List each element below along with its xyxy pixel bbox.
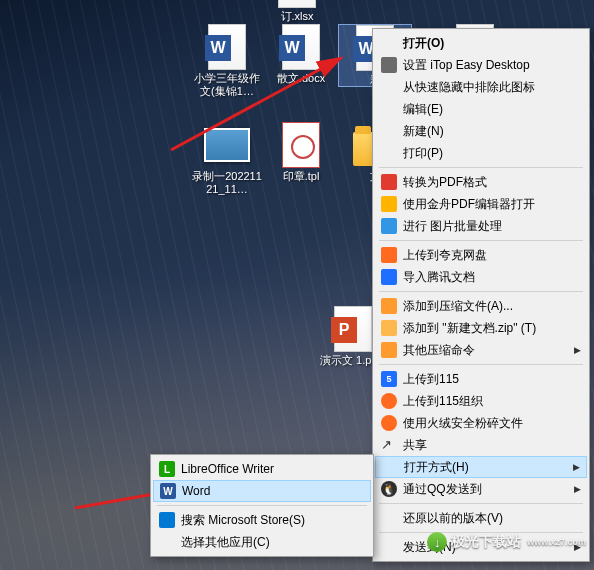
submenu-item-libreoffice[interactable]: LLibreOffice Writer <box>153 458 371 480</box>
115-icon: 5 <box>379 371 399 387</box>
zip2-icon <box>379 320 399 336</box>
wd-icon: W <box>158 483 178 499</box>
menu-item-huorong[interactable]: 使用火绒安全粉碎文件 <box>375 412 587 434</box>
menu-item-restore[interactable]: 还原以前的版本(V) <box>375 507 587 529</box>
menu-item-edit[interactable]: 编辑(E) <box>375 98 587 120</box>
gear-icon <box>379 57 399 73</box>
word-icon <box>278 24 324 70</box>
menu-item-label: 转换为PDF格式 <box>399 174 569 191</box>
submenu-item-msstore[interactable]: 搜索 Microsoft Store(S) <box>153 509 371 531</box>
icon-label: 小学三年级作文(集锦1… <box>190 72 264 98</box>
xlsx-icon <box>274 0 320 8</box>
blank-icon <box>379 79 399 95</box>
desktop-icon-word-doc-1[interactable]: 小学三年级作文(集锦1… <box>190 24 264 98</box>
menu-item-label: 打开方式(H) <box>400 459 568 476</box>
icon-label: 录制一20221121_11… <box>190 170 264 196</box>
submenu-arrow-icon: ▶ <box>573 462 580 472</box>
menu-item-openwith[interactable]: 打开方式(H)▶ <box>375 456 587 478</box>
desktop-icon-grid: 订.xlsx小学三年级作文(集锦1…散文.docx新录制一20221121_11… <box>0 0 4 8</box>
submenu-item-choose[interactable]: 选择其他应用(C) <box>153 531 371 553</box>
fire-icon <box>379 415 399 431</box>
menu-item-print[interactable]: 打印(P) <box>375 142 587 164</box>
menu-item-imgproc[interactable]: 进行 图片批量处理 <box>375 215 587 237</box>
ms-icon <box>157 512 177 528</box>
blank-icon <box>379 510 399 526</box>
menu-item-hide[interactable]: 从快速隐藏中排除此图标 <box>375 76 587 98</box>
menu-item-label: 其他压缩命令 <box>399 342 569 359</box>
menu-item-label: 打印(P) <box>399 145 569 162</box>
menu-item-label: 新建(N) <box>399 123 569 140</box>
menu-item-up115org[interactable]: 上传到115组织 <box>375 390 587 412</box>
watermark-badge: ↓ <box>427 532 447 552</box>
ppt-icon <box>330 306 376 352</box>
menu-item-label: 添加到 "新建文档.zip" (T) <box>399 320 569 337</box>
menu-item-new[interactable]: 新建(N) <box>375 120 587 142</box>
desktop-icon-screenshot-video[interactable]: 录制一20221121_11… <box>190 122 264 196</box>
blank-icon <box>380 459 400 475</box>
menu-item-txdoc[interactable]: 导入腾讯文档 <box>375 266 587 288</box>
menu-item-itop[interactable]: 设置 iTop Easy Desktop <box>375 54 587 76</box>
menu-item-kuake[interactable]: 上传到夸克网盘 <box>375 244 587 266</box>
submenu-item-label: LibreOffice Writer <box>177 462 353 476</box>
img-icon <box>379 218 399 234</box>
menu-item-share[interactable]: ↗共享 <box>375 434 587 456</box>
submenu-arrow-icon: ▶ <box>574 484 581 494</box>
desktop-icon-xlsx-partial[interactable]: 订.xlsx <box>260 0 334 23</box>
menu-item-label: 进行 图片批量处理 <box>399 218 569 235</box>
desktop-icon-word-doc-2[interactable]: 散文.docx <box>264 24 338 85</box>
menu-item-label: 还原以前的版本(V) <box>399 510 569 527</box>
menu-item-open[interactable]: 打开(O) <box>375 32 587 54</box>
menu-item-label: 打开(O) <box>399 35 569 52</box>
tpl-icon <box>278 122 324 168</box>
qq-icon: 🐧 <box>379 481 399 497</box>
menu-item-label: 使用金舟PDF编辑器打开 <box>399 196 569 213</box>
menu-item-label: 上传到夸克网盘 <box>399 247 569 264</box>
blank-icon <box>379 35 399 51</box>
menu-item-up115[interactable]: 5上传到115 <box>375 368 587 390</box>
menu-item-label: 导入腾讯文档 <box>399 269 569 286</box>
menu-item-qq[interactable]: 🐧通过QQ发送到▶ <box>375 478 587 500</box>
menu-separator <box>379 364 583 365</box>
site-watermark: ↓ 极光下载站 www.xz7.com <box>427 532 586 552</box>
menu-separator <box>157 505 367 506</box>
submenu-item-label: 搜索 Microsoft Store(S) <box>177 512 353 529</box>
menu-item-label: 添加到压缩文件(A)... <box>399 298 569 315</box>
submenu-item-label: 选择其他应用(C) <box>177 534 353 551</box>
icon-label: 散文.docx <box>264 72 338 85</box>
desktop-icon-seal-tpl[interactable]: 印章.tpl <box>264 122 338 183</box>
menu-item-label: 通过QQ发送到 <box>399 481 569 498</box>
menu-item-label: 从快速隐藏中排除此图标 <box>399 79 569 96</box>
pdf-icon <box>379 174 399 190</box>
watermark-url: www.xz7.com <box>527 537 586 547</box>
icon-label: 订.xlsx <box>260 10 334 23</box>
tdoc-icon <box>379 269 399 285</box>
blank-icon <box>379 539 399 555</box>
115c-icon <box>379 393 399 409</box>
menu-item-label: 设置 iTop Easy Desktop <box>399 57 569 74</box>
menu-item-addzip2[interactable]: 添加到 "新建文档.zip" (T) <box>375 317 587 339</box>
menu-item-jzpdf[interactable]: 使用金舟PDF编辑器打开 <box>375 193 587 215</box>
image-icon <box>204 122 250 168</box>
menu-separator <box>379 291 583 292</box>
menu-separator <box>379 503 583 504</box>
blank-icon <box>379 123 399 139</box>
blank-icon <box>379 101 399 117</box>
open-with-submenu: LLibreOffice WriterWWord搜索 Microsoft Sto… <box>150 454 374 557</box>
blank-icon <box>379 145 399 161</box>
lw-icon: L <box>157 461 177 477</box>
blank-icon <box>157 534 177 550</box>
context-menu: 打开(O)设置 iTop Easy Desktop从快速隐藏中排除此图标编辑(E… <box>372 28 590 562</box>
menu-item-label: 编辑(E) <box>399 101 569 118</box>
submenu-item-word[interactable]: WWord <box>153 480 371 502</box>
menu-item-addzip[interactable]: 添加到压缩文件(A)... <box>375 295 587 317</box>
menu-separator <box>379 240 583 241</box>
word-icon <box>204 24 250 70</box>
pdf2-icon <box>379 196 399 212</box>
menu-item-morezip[interactable]: 其他压缩命令▶ <box>375 339 587 361</box>
menu-item-label: 使用火绒安全粉碎文件 <box>399 415 569 432</box>
menu-item-label: 共享 <box>399 437 569 454</box>
menu-separator <box>379 167 583 168</box>
menu-item-topdf[interactable]: 转换为PDF格式 <box>375 171 587 193</box>
submenu-item-label: Word <box>178 484 352 498</box>
submenu-arrow-icon: ▶ <box>574 345 581 355</box>
